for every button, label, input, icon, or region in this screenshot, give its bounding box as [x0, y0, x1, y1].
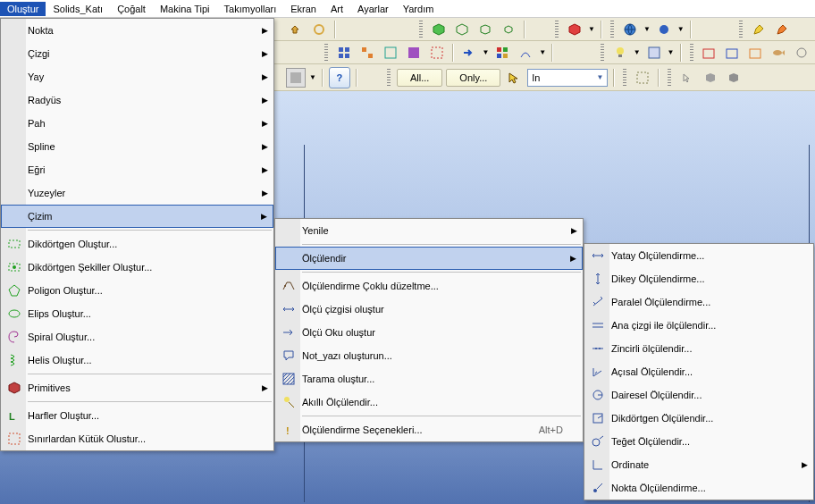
menu-olustur[interactable]: Oluştur	[0, 2, 46, 16]
menu-item[interactable]: Zincirli ölçülendir...	[584, 337, 813, 360]
menu-item[interactable]: Ölçülendirme Çoklu düzeltme...	[275, 274, 583, 298]
menu-item[interactable]: Yay▶	[1, 65, 273, 88]
help-button[interactable]: ?	[329, 67, 350, 88]
filter-only-button[interactable]: Only...	[446, 69, 500, 87]
chevron-down-icon[interactable]: ▼	[539, 48, 546, 56]
globe-icon[interactable]	[620, 20, 640, 39]
menu-item[interactable]: Yenile▶	[275, 219, 583, 242]
chevron-down-icon[interactable]: ▼	[643, 25, 651, 33]
pointer-icon[interactable]	[677, 68, 697, 88]
svg-rect-6	[345, 54, 349, 58]
svg-rect-5	[339, 54, 343, 58]
menu-item[interactable]: Açısal Ölçülendir...	[584, 360, 813, 383]
grip	[610, 21, 614, 38]
cube-green-icon[interactable]	[429, 20, 449, 39]
menu-item[interactable]: Primitives▶	[1, 376, 273, 399]
menu-item[interactable]: Pah▶	[1, 112, 273, 135]
fish-icon[interactable]	[769, 43, 788, 63]
menu-item[interactable]: Dikdörtgen Şekiller Oluştur...	[1, 256, 273, 279]
svg-point-16	[617, 47, 624, 55]
menu-item[interactable]: Dikdörtgen Ölçülendir...	[584, 407, 813, 430]
tab-red-icon[interactable]	[700, 43, 719, 63]
menu-item[interactable]: Ana çizgi ile ölçülendir...	[584, 314, 813, 337]
menu-item[interactable]: Çizgi▶	[1, 42, 273, 65]
menu-yardim[interactable]: Yardım	[396, 2, 441, 16]
ang-dim-icon	[588, 362, 608, 382]
filter-in-combo[interactable]: In▼	[527, 69, 608, 87]
menu-item[interactable]: Elips Oluştur...	[1, 302, 273, 325]
pencil-yellow-icon[interactable]	[749, 20, 769, 39]
cube-wire-icon[interactable]	[452, 20, 472, 39]
menu-item[interactable]: Eğri▶	[1, 158, 273, 181]
menu-item[interactable]: Yatay Ölçülendirme...	[584, 244, 813, 267]
blank-icon	[4, 160, 24, 180]
menu-item[interactable]: Ölçü Oku oluştur	[275, 321, 583, 344]
cube-tiny-icon[interactable]	[499, 20, 518, 39]
menu-item[interactable]: Çizim▶	[1, 205, 273, 228]
menu-item[interactable]: Ölçülendir▶	[275, 247, 583, 270]
menu-item[interactable]: Yuzeyler▶	[1, 181, 273, 205]
grid-orange-icon[interactable]	[357, 43, 377, 63]
panel-icon[interactable]	[644, 43, 664, 63]
grid-blue-icon[interactable]	[334, 43, 354, 63]
chevron-down-icon[interactable]: ▼	[588, 25, 595, 33]
droplet-icon[interactable]	[654, 20, 674, 39]
menu-art[interactable]: Art	[323, 2, 350, 16]
menu-cogalt[interactable]: Çoğalt	[110, 2, 153, 16]
menu-item[interactable]: !Ölçülendirme Seçenekleri...Alt+D	[275, 418, 583, 441]
arrow-blue-icon[interactable]	[459, 43, 479, 63]
grid-4-icon[interactable]	[492, 43, 512, 63]
tab-orange-icon[interactable]	[745, 43, 765, 63]
chevron-down-icon[interactable]: ▼	[634, 48, 641, 56]
menu-solids[interactable]: Solids_Katı	[46, 2, 110, 16]
solid-gray-icon[interactable]	[701, 68, 720, 88]
menu-item[interactable]: Not_yazı oluşturun...	[275, 344, 583, 367]
menu-item[interactable]: Nokta Ölçülendirme...	[584, 476, 813, 500]
grid-purple-icon[interactable]	[404, 43, 424, 63]
menu-ayarlar[interactable]: Ayarlar	[350, 2, 396, 16]
menu-item[interactable]: Teğet Ölçülendir...	[584, 430, 813, 453]
menu-item[interactable]: Akıllı Ölçülendir...	[275, 391, 583, 414]
menu-item[interactable]: Dairesel Ölçülendir...	[584, 383, 813, 407]
menu-makina[interactable]: Makina Tipi	[153, 2, 217, 16]
menu-item[interactable]: Helis Oluştur...	[1, 349, 273, 372]
menu-item-label: Ölçülendirme Çoklu düzeltme...	[302, 281, 563, 291]
pencil-orange-icon[interactable]	[772, 20, 792, 39]
menu-ekran[interactable]: Ekran	[283, 2, 323, 16]
menu-item[interactable]: Radyüs▶	[1, 88, 273, 112]
cursor-yellow-icon[interactable]	[504, 68, 524, 88]
chevron-down-icon[interactable]: ▼	[677, 25, 685, 33]
menu-item[interactable]: Paralel Ölçülendirme...	[584, 290, 813, 314]
grid-teal-icon[interactable]	[381, 43, 400, 63]
menu-item[interactable]: Poligon Oluştur...	[1, 279, 273, 302]
menu-item[interactable]: Ordinate▶	[584, 453, 813, 476]
menu-item[interactable]: Spline▶	[1, 135, 273, 158]
menu-item[interactable]: Dikdörtgen Oluştur...	[1, 232, 273, 256]
pan-icon[interactable]	[309, 20, 329, 39]
rect-shapes-icon	[4, 257, 24, 277]
lamp-icon[interactable]	[610, 43, 630, 63]
menu-item[interactable]: LHarfler Oluştur...	[1, 404, 273, 427]
box-red-icon[interactable]	[565, 20, 584, 39]
chevron-down-icon[interactable]: ▼	[482, 48, 489, 56]
chevron-down-icon[interactable]: ▼	[309, 73, 316, 81]
tab-blue-icon[interactable]	[722, 43, 742, 63]
select-red-icon[interactable]	[427, 43, 447, 63]
menu-item[interactable]: Ölçü çizgisi oluştur	[275, 298, 583, 321]
menu-item[interactable]: Dikey Ölçülendirme...	[584, 267, 813, 290]
menu-item[interactable]: Sınırlardan Kütük Olustur...	[1, 427, 273, 450]
menu-item[interactable]: Nokta▶	[1, 19, 273, 42]
circ-icon[interactable]	[792, 43, 811, 63]
chevron-down-icon[interactable]: ▼	[668, 48, 675, 56]
filter-all-button[interactable]: All...	[397, 69, 442, 87]
menu-item[interactable]: Spiral Oluştur...	[1, 325, 273, 349]
hand-icon[interactable]	[286, 20, 306, 39]
solid-gray2-icon[interactable]	[724, 68, 744, 88]
cube-small-icon[interactable]	[475, 20, 495, 39]
path-icon[interactable]	[516, 43, 535, 63]
toggle-gray-icon[interactable]	[286, 68, 306, 88]
marquee-icon[interactable]	[633, 68, 652, 88]
menu-item-label: Paralel Ölçülendirme...	[611, 297, 794, 307]
menu-takim[interactable]: Takımyolları	[217, 2, 284, 16]
menu-item[interactable]: Tarama oluştur...	[275, 367, 583, 391]
